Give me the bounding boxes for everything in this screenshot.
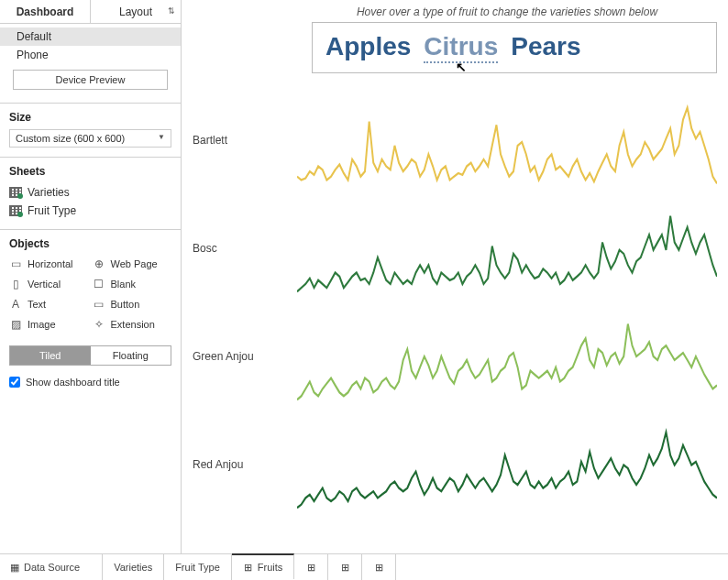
sparkline	[297, 194, 717, 302]
object-icon: ✧	[93, 318, 105, 331]
object-item[interactable]: AText	[9, 296, 89, 312]
object-label: Extension	[111, 319, 155, 330]
pointer-cursor-icon: ↖	[456, 60, 467, 74]
chart-row: Bosc	[187, 194, 717, 302]
object-label: Blank	[111, 279, 137, 290]
object-label: Web Page	[111, 258, 158, 269]
new-sheet-icon: ⊞	[305, 562, 316, 573]
new-story-button[interactable]: ⊞	[362, 554, 396, 580]
object-item[interactable]: ⊕Web Page	[93, 256, 172, 272]
toggle-tiled[interactable]: Tiled	[10, 346, 91, 365]
object-icon: ▭	[93, 298, 105, 311]
dropdown-icon: ⇅	[168, 6, 175, 16]
sheets-heading: Sheets	[9, 165, 171, 178]
object-item[interactable]: ✧Extension	[93, 316, 172, 333]
bottom-tab-bar: ▦ Data Source VarietiesFruit Type⊞Fruits…	[0, 554, 728, 580]
object-icon: ☐	[93, 278, 105, 290]
datasource-icon: ▦	[9, 562, 20, 573]
sheet-icon	[9, 187, 22, 198]
data-source-tab[interactable]: ▦ Data Source	[0, 554, 103, 580]
sheets-section: Sheets VarietiesFruit Type	[0, 157, 181, 229]
new-dashboard-icon: ⊞	[339, 562, 350, 573]
tab-label: Varieties	[114, 562, 152, 573]
object-label: Text	[28, 299, 46, 310]
device-list: Default Phone Device Preview	[0, 24, 181, 103]
object-label: Horizontal	[28, 258, 73, 269]
device-phone[interactable]: Phone	[0, 46, 181, 64]
sheet-item[interactable]: Varieties	[9, 183, 171, 202]
size-section: Size Custom size (600 x 600) ▼	[0, 103, 181, 157]
layout-toggle: Tiled Floating	[9, 345, 171, 366]
toggle-floating[interactable]: Floating	[91, 346, 171, 365]
device-preview-button[interactable]: Device Preview	[13, 70, 168, 90]
varieties-chart: BartlettBoscGreen AnjouRed Anjou	[187, 86, 717, 519]
chart-row: Green Anjou	[187, 302, 717, 410]
fruit-type-box: ApplesCitrus↖Pears	[312, 22, 717, 73]
sparkline	[297, 86, 717, 194]
sparkline	[297, 410, 717, 519]
sheet-icon	[9, 205, 22, 216]
chart-row: Bartlett	[187, 86, 717, 194]
tab-label: Fruit Type	[175, 562, 220, 573]
tab-dashboard[interactable]: Dashboard	[0, 0, 91, 23]
tab-layout[interactable]: Layout⇅	[91, 0, 181, 23]
objects-section: Objects ▭Horizontal⊕Web Page▯Vertical☐Bl…	[0, 229, 181, 553]
fruit-type-word[interactable]: Pears	[511, 32, 580, 63]
sheet-item[interactable]: Fruit Type	[9, 202, 171, 220]
left-sidebar: Dashboard Layout⇅ Default Phone Device P…	[0, 0, 182, 553]
fruit-type-word[interactable]: Apples	[325, 32, 411, 63]
object-item[interactable]: ▨Image	[9, 316, 89, 333]
size-heading: Size	[9, 111, 171, 124]
show-title-checkbox[interactable]: Show dashboard title	[9, 377, 171, 388]
sheet-label: Fruit Type	[28, 204, 76, 217]
object-item[interactable]: ☐Blank	[93, 276, 172, 292]
tab-label: Layout	[119, 5, 152, 18]
object-label: Image	[28, 319, 56, 330]
hover-hint: Hover over a type of fruit to change the…	[297, 5, 717, 18]
sidebar-tabs: Dashboard Layout⇅	[0, 0, 181, 24]
sparkline	[297, 302, 717, 410]
object-label: Vertical	[28, 279, 61, 290]
object-item[interactable]: ▭Button	[93, 296, 172, 312]
series-label: Red Anjou	[187, 458, 297, 471]
device-default[interactable]: Default	[0, 27, 181, 46]
tab-label: Fruits	[258, 562, 283, 573]
series-label: Bartlett	[187, 134, 297, 147]
sheet-tab[interactable]: Varieties	[103, 554, 164, 580]
chart-row: Red Anjou	[187, 410, 717, 519]
tab-label: Dashboard	[17, 5, 74, 18]
sheet-tab[interactable]: ⊞Fruits	[232, 553, 295, 579]
object-icon: ▭	[9, 257, 22, 270]
series-label: Green Anjou	[187, 350, 297, 363]
object-icon: ▨	[9, 318, 22, 331]
data-source-label: Data Source	[24, 562, 80, 573]
object-icon: A	[9, 298, 22, 311]
caret-down-icon: ▼	[158, 133, 165, 144]
sheet-tab[interactable]: Fruit Type	[164, 554, 232, 580]
object-icon: ⊕	[93, 257, 105, 270]
object-label: Button	[111, 299, 140, 310]
sheet-label: Varieties	[28, 186, 70, 199]
new-dashboard-button[interactable]: ⊞	[328, 554, 362, 580]
series-label: Bosc	[187, 242, 297, 255]
object-item[interactable]: ▯Vertical	[9, 276, 89, 292]
dashboard-icon: ⊞	[243, 562, 254, 573]
show-title-input[interactable]	[9, 377, 20, 388]
objects-heading: Objects	[9, 237, 171, 250]
dashboard-canvas: Hover over a type of fruit to change the…	[182, 0, 728, 553]
size-dropdown[interactable]: Custom size (600 x 600) ▼	[9, 129, 171, 148]
size-value: Custom size (600 x 600)	[16, 133, 125, 144]
object-icon: ▯	[9, 278, 22, 290]
fruit-type-word[interactable]: Citrus↖	[424, 32, 498, 63]
object-item[interactable]: ▭Horizontal	[9, 256, 89, 272]
new-worksheet-button[interactable]: ⊞	[294, 554, 328, 580]
new-story-icon: ⊞	[373, 562, 384, 573]
show-title-label: Show dashboard title	[26, 377, 120, 388]
